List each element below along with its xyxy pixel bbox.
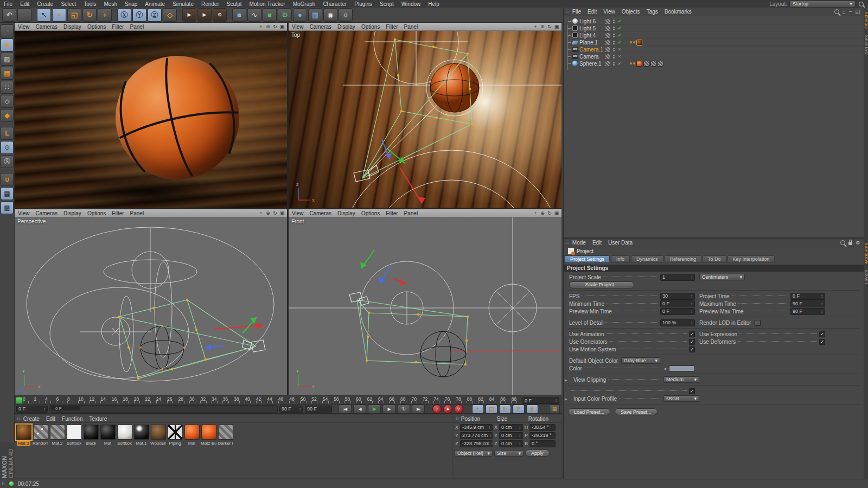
- material-item[interactable]: Mat2 Bu: [201, 425, 216, 446]
- zoom-icon[interactable]: ⊕: [265, 210, 271, 216]
- maximize-icon[interactable]: ▣: [279, 24, 285, 29]
- scale-tool-button[interactable]: ◱: [67, 8, 81, 22]
- viewport-top[interactable]: ViewCamerasDisplayOptionsFilterPanel + ⊕…: [289, 23, 561, 208]
- viewport-menu-item[interactable]: Filter: [112, 210, 124, 216]
- current-frame-marker[interactable]: [16, 397, 23, 404]
- current-frame-field[interactable]: 0 F ↕: [16, 406, 48, 413]
- rotate-icon[interactable]: ↻: [547, 24, 552, 29]
- material-item[interactable]: Mat.2: [49, 425, 65, 446]
- material-item[interactable]: Softbox: [117, 425, 132, 446]
- size-z-field[interactable]: 0 cm↕: [499, 440, 523, 447]
- object-row[interactable]: Camera ×: [564, 53, 864, 60]
- size-mode-select[interactable]: Size▾: [494, 450, 524, 457]
- material-item[interactable]: Random: [33, 425, 48, 446]
- project-time-field[interactable]: 0 F↕: [790, 293, 825, 300]
- input-color-profile-select[interactable]: sRGB▾: [663, 395, 699, 402]
- pan-icon[interactable]: +: [258, 24, 264, 29]
- material-thumbnail[interactable]: [168, 425, 183, 440]
- compositing-tag-icon[interactable]: [633, 62, 635, 65]
- material-thumbnail[interactable]: [151, 425, 166, 440]
- previous-frame-button[interactable]: ◀: [353, 404, 366, 414]
- tab-todo[interactable]: To Do: [703, 255, 726, 263]
- preview-max-field[interactable]: 90 F↕: [790, 308, 825, 315]
- tab-info[interactable]: Info: [611, 255, 630, 263]
- rotate-icon[interactable]: ↻: [547, 210, 552, 216]
- subdivision-surface-button[interactable]: ■: [263, 8, 277, 22]
- menu-item[interactable]: Create: [33, 1, 57, 7]
- texture-tag-icon[interactable]: [650, 61, 656, 67]
- viewport-menu-item[interactable]: Filter: [386, 24, 398, 30]
- object-manager-menu-item[interactable]: Tags: [647, 9, 658, 15]
- visibility-dots[interactable]: [612, 20, 615, 23]
- enabled-check[interactable]: ✓: [617, 40, 622, 45]
- size-x-field[interactable]: 0 cm↕: [499, 424, 523, 431]
- perspective-canvas[interactable]: Perspective: [15, 217, 287, 395]
- texture-mode-button[interactable]: ▨: [1, 53, 14, 66]
- object-row[interactable]: Plane.1 ✓: [564, 39, 864, 46]
- visibility-dots[interactable]: [612, 62, 615, 66]
- menu-item[interactable]: Render: [197, 1, 223, 7]
- coordinate-mode-select[interactable]: Object (Rel)▾: [455, 450, 493, 457]
- front-canvas[interactable]: Front: [289, 217, 561, 395]
- use-deformers-checkbox[interactable]: ✓: [819, 339, 825, 345]
- material-thumbnail[interactable]: [16, 425, 31, 440]
- fps-field[interactable]: 30↕: [660, 293, 695, 300]
- expand-icon[interactable]: ▶: [665, 367, 669, 370]
- viewport-perspective[interactable]: ViewCamerasDisplayOptionsFilterPanel + ⊕…: [15, 209, 287, 395]
- material-menu-item[interactable]: Edit: [46, 416, 55, 422]
- x-axis-lock-button[interactable]: Ⓧ: [117, 8, 131, 22]
- view-clipping-select[interactable]: Medium▾: [663, 376, 699, 383]
- edges-mode-button[interactable]: ◇: [1, 95, 14, 108]
- material-item[interactable]: Mat.3: [16, 425, 31, 446]
- viewport-menu-item[interactable]: View: [292, 210, 304, 216]
- menu-item[interactable]: File: [0, 1, 16, 7]
- stepper-icon[interactable]: ↕: [42, 407, 46, 412]
- material-thumbnail[interactable]: [117, 425, 132, 440]
- material-thumbnail[interactable]: [100, 425, 116, 440]
- search-icon[interactable]: [840, 240, 845, 245]
- home-icon[interactable]: ⌂: [843, 9, 846, 15]
- polygons-mode-button[interactable]: ◆: [1, 109, 14, 122]
- panel-grip-icon[interactable]: ⠿: [566, 9, 569, 14]
- menu-item[interactable]: Motion Tracker: [246, 1, 289, 7]
- preview-min-field[interactable]: 0 F↕: [660, 308, 695, 315]
- light-button[interactable]: ○: [339, 8, 353, 22]
- layer-chip[interactable]: [605, 61, 610, 66]
- floor-button[interactable]: ▦: [308, 8, 322, 22]
- position-z-field[interactable]: -328.798 cm↕: [460, 440, 493, 447]
- texture-tag-icon[interactable]: [658, 61, 663, 67]
- visibility-dots[interactable]: [612, 34, 615, 37]
- object-row[interactable]: Light.4 ✓: [564, 32, 864, 39]
- make-editable-button[interactable]: ◔: [1, 24, 14, 37]
- menu-item[interactable]: Edit: [16, 1, 33, 7]
- viewport-menu-item[interactable]: Cameras: [36, 24, 58, 30]
- phong-tag-icon[interactable]: [630, 41, 632, 43]
- tab-referencing[interactable]: Referencing: [665, 255, 702, 263]
- object-manager-menu-item[interactable]: Objects: [622, 9, 640, 15]
- layer-chip[interactable]: [605, 19, 610, 24]
- default-object-color-select[interactable]: Gray-Blue▾: [621, 357, 660, 364]
- key-position-toggle[interactable]: +: [472, 404, 484, 414]
- enabled-check[interactable]: ×: [617, 54, 622, 59]
- viewport-menu-item[interactable]: Options: [361, 210, 380, 216]
- deformer-button[interactable]: ⚙: [278, 8, 292, 22]
- layer-chip[interactable]: [605, 33, 610, 38]
- pan-icon[interactable]: +: [533, 24, 538, 29]
- object-row-selected[interactable]: Camera.1 ×: [564, 46, 864, 53]
- material-thumbnail[interactable]: [84, 425, 99, 440]
- timeline-ruler[interactable]: 0246810121416182022242628303234363840424…: [15, 395, 561, 404]
- tab-project-settings[interactable]: Project Settings: [565, 255, 610, 263]
- viewport-menu-item[interactable]: Filter: [386, 210, 398, 216]
- tweak-mode-button[interactable]: ⊙: [1, 141, 14, 154]
- material-item[interactable]: Piping: [167, 425, 183, 446]
- render-settings-button[interactable]: ⚙: [213, 8, 227, 22]
- maximize-icon[interactable]: ▣: [554, 24, 559, 29]
- axis-tool-button[interactable]: +: [98, 8, 112, 22]
- size-y-field[interactable]: 0 cm↕: [499, 432, 523, 439]
- tab-dynamics[interactable]: Dynamics: [631, 255, 663, 263]
- status-grip-icon[interactable]: ⠿: [2, 481, 5, 486]
- enabled-check[interactable]: ✓: [617, 61, 622, 66]
- menu-item[interactable]: Character: [319, 1, 350, 7]
- timeline-frame-field[interactable]: 0 F ↕: [522, 397, 559, 404]
- viewport-front[interactable]: ViewCamerasDisplayOptionsFilterPanel + ⊕…: [289, 209, 561, 395]
